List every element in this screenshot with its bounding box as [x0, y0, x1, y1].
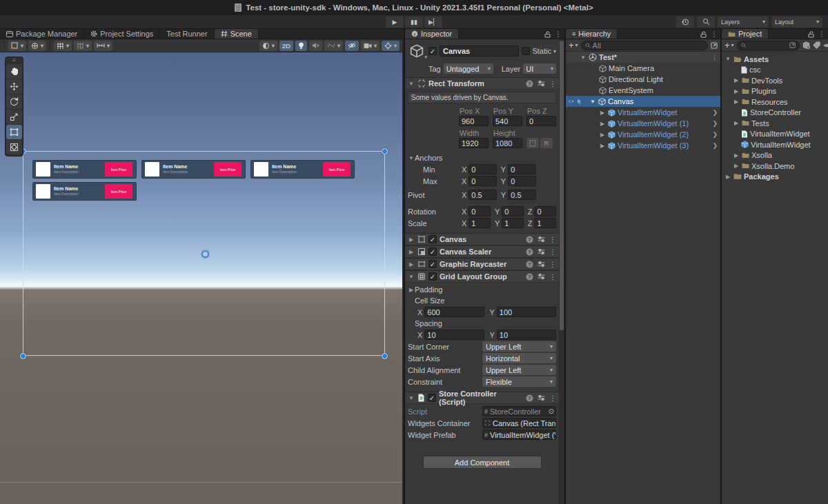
project-item-packages[interactable]: ▶ Packages [724, 172, 828, 183]
canvas-component-header[interactable]: ▶ ✓ Canvas ? ⋮ [405, 233, 559, 245]
lock-icon[interactable] [544, 31, 551, 38]
graphic-raycaster-header[interactable]: ▶ ✓ Graphic Raycaster ? ⋮ [405, 258, 559, 270]
project-item-virtualitemwidget-prefab[interactable]: VirtualItemWidget [724, 139, 828, 150]
scene-viewport[interactable]: Item Name Item Description Item Price It… [0, 52, 402, 504]
lock-icon[interactable] [808, 31, 814, 38]
hierarchy-search-input[interactable]: All [581, 41, 708, 50]
create-menu-button[interactable]: +▾ [569, 40, 578, 50]
project-search-input[interactable] [737, 41, 800, 50]
rect-handle-bottom-right[interactable] [382, 353, 388, 359]
open-search-window-icon[interactable] [789, 42, 796, 48]
child-alignment-dropdown[interactable]: Upper Left▾ [482, 365, 556, 375]
presets-icon[interactable] [538, 248, 545, 255]
pivot-y-field[interactable]: 0.5 [508, 190, 536, 200]
hierarchy-item-virtualitemwidget-1[interactable]: ▶ VirtualItemWidget (1) ❯ [566, 118, 720, 129]
scale-y-field[interactable]: 1 [502, 218, 524, 228]
spacing-x-field[interactable]: 10 [424, 330, 484, 340]
component-enabled-checkbox[interactable]: ✓ [428, 272, 437, 281]
label-tag-icon[interactable] [813, 41, 820, 49]
rotation-z-field[interactable]: 0 [534, 206, 556, 216]
hierarchy-item-virtualitemwidget[interactable]: ▶ VirtualItemWidget ❯ [566, 107, 720, 118]
hierarchy-item-virtualitemwidget-2[interactable]: ▶ VirtualItemWidget (2) ❯ [566, 129, 720, 140]
add-component-button[interactable]: Add Component [423, 456, 542, 469]
kebab-menu-icon[interactable]: ⋮ [549, 394, 556, 402]
component-enabled-checkbox[interactable]: ✓ [428, 248, 437, 256]
presets-icon[interactable] [538, 261, 545, 268]
hierarchy-item-eventsystem[interactable]: EventSystem [566, 85, 720, 96]
help-icon[interactable]: ? [526, 80, 533, 88]
tab-inspector[interactable]: i Inspector [405, 29, 459, 39]
play-button[interactable]: ▶ [386, 17, 404, 28]
help-icon[interactable]: ? [526, 236, 533, 243]
effects-button[interactable]: ▾ [324, 41, 343, 51]
project-item-devtools[interactable]: ▶ DevTools [724, 75, 828, 86]
virtual-item-widget-card[interactable]: Item Name Item Description Item Price [32, 160, 137, 179]
project-item-tests[interactable]: ▶ Tests [724, 118, 828, 129]
start-corner-dropdown[interactable]: Upper Left▾ [482, 341, 556, 352]
virtual-item-widget-card[interactable]: Item Name Item Description Item Price [250, 160, 355, 179]
anchors-max-x-field[interactable]: 0 [469, 176, 497, 186]
scene-lighting-button[interactable] [295, 41, 307, 51]
rect-tool-button[interactable] [6, 125, 22, 139]
object-picker-icon[interactable]: ⊙ [549, 407, 554, 415]
help-icon[interactable]: ? [526, 273, 533, 281]
presets-icon[interactable] [538, 394, 545, 401]
hierarchy-item-virtualitemwidget-3[interactable]: ▶ VirtualItemWidget (3) ❯ [566, 140, 720, 151]
layout-dropdown[interactable]: Layout▾ [771, 17, 822, 28]
pause-button[interactable]: ▮▮ [405, 17, 423, 28]
widget-prefab-object-field[interactable]: #VirtualItemWidget (Virt ⊙ [482, 430, 556, 440]
transform-tool-button[interactable] [6, 140, 22, 154]
kebab-menu-icon[interactable]: ⋮ [711, 54, 718, 61]
hierarchy-scene-row[interactable]: ▼ Test* ⋮ [566, 52, 720, 63]
project-item-resources[interactable]: ▶ Resources [724, 97, 828, 108]
layers-dropdown[interactable]: Layers▾ [718, 17, 769, 28]
hidden-objects-button[interactable] [345, 41, 359, 51]
kebab-menu-icon[interactable]: ⋮ [711, 30, 718, 38]
scale-x-field[interactable]: 1 [469, 218, 491, 228]
spacing-y-field[interactable]: 10 [497, 330, 556, 340]
move-tool-button[interactable] [6, 79, 22, 94]
grid-visibility-button[interactable]: ▾ [54, 41, 72, 51]
hierarchy-item-canvas[interactable]: ▼ Canvas [566, 96, 720, 107]
kebab-menu-icon[interactable]: ⋮ [549, 261, 556, 268]
step-button[interactable]: ▶▏ [424, 17, 442, 28]
prefab-open-arrow[interactable]: ❯ [712, 109, 718, 116]
pickability-icon[interactable] [576, 98, 582, 105]
layer-dropdown[interactable]: UI▾ [523, 63, 556, 74]
tab-test-runner[interactable]: Test Runner [160, 29, 214, 39]
virtual-item-widget-card[interactable]: Item Name Item Description Item Price [32, 182, 137, 201]
2d-mode-button[interactable]: 2D [279, 41, 293, 51]
static-checkbox[interactable] [522, 47, 530, 55]
kebab-menu-icon[interactable]: ⋮ [549, 236, 556, 243]
canvas-scaler-header[interactable]: ▶ ✓ Canvas Scaler ? ⋮ [405, 245, 559, 258]
gameobject-name-field[interactable]: Canvas [440, 46, 519, 57]
anchors-min-y-field[interactable]: 0 [508, 164, 536, 174]
inspector-scrollbar[interactable] [559, 39, 564, 504]
cell-size-x-field[interactable]: 600 [424, 307, 484, 317]
canvas-pivot-handle[interactable] [201, 250, 209, 258]
project-item-plugins[interactable]: ▶ Plugins [724, 86, 828, 97]
tab-scene[interactable]: Scene [215, 29, 259, 39]
active-checkbox[interactable]: ✓ [428, 47, 437, 55]
project-item-xsolla[interactable]: ▶ Xsolla [724, 150, 828, 161]
prefab-open-arrow[interactable]: ❯ [712, 120, 718, 127]
scale-tool-button[interactable] [6, 110, 22, 124]
raw-edit-mode-button[interactable]: R [540, 138, 553, 148]
shading-mode-button[interactable]: ▾ [259, 41, 277, 51]
tool-handle-settings-button[interactable]: ▾ [8, 41, 26, 51]
rotate-tool-button[interactable] [6, 94, 22, 109]
widgets-container-object-field[interactable]: Canvas (Rect Transfor ⊙ [482, 418, 556, 428]
project-item-xsolla-demo[interactable]: ▶ Xsolla.Demo [724, 161, 828, 172]
kebab-menu-icon[interactable]: ⋮ [555, 30, 562, 38]
project-item-csc[interactable]: csc [724, 65, 828, 76]
gameobject-icon[interactable]: ▾ [408, 42, 426, 60]
tag-dropdown[interactable]: Untagged▾ [444, 63, 493, 74]
project-item-virtualitemwidget-script[interactable]: # VirtualItemWidget [724, 129, 828, 140]
rect-handle-top-right[interactable] [382, 148, 388, 154]
hand-tool-button[interactable] [6, 64, 22, 79]
open-search-window-icon[interactable] [711, 42, 718, 49]
project-item-storecontroller[interactable]: # StoreController [724, 108, 828, 119]
tab-project[interactable]: Project [722, 29, 769, 39]
lock-icon[interactable] [700, 31, 707, 38]
hierarchy-item-directional-light[interactable]: Directional Light [566, 74, 720, 85]
